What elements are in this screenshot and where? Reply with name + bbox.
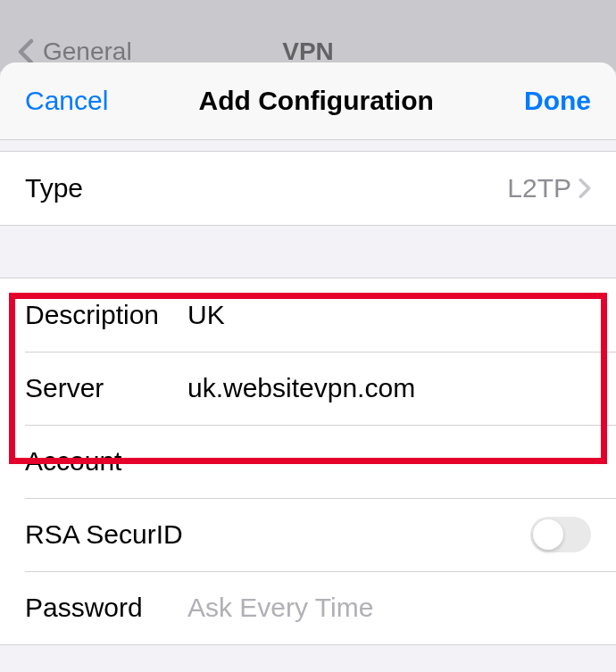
type-label: Type — [25, 173, 187, 203]
description-input[interactable] — [187, 300, 591, 330]
modal-title: Add Configuration — [199, 86, 434, 116]
description-label: Description — [25, 300, 187, 330]
account-input[interactable] — [187, 446, 591, 477]
description-row[interactable]: Description — [0, 278, 616, 352]
password-input[interactable] — [187, 593, 591, 623]
server-label: Server — [25, 373, 187, 403]
server-input[interactable] — [187, 373, 591, 403]
done-button[interactable]: Done — [524, 86, 591, 116]
chevron-left-icon — [18, 38, 34, 65]
account-row[interactable]: Account — [0, 425, 616, 498]
rsa-toggle[interactable] — [530, 517, 591, 552]
type-group: Type L2TP — [0, 151, 616, 226]
server-row[interactable]: Server — [0, 352, 616, 425]
chevron-right-icon — [579, 178, 591, 199]
type-row[interactable]: Type L2TP — [0, 152, 616, 225]
switch-knob — [533, 519, 563, 550]
password-row[interactable]: Password — [0, 571, 616, 644]
modal-sheet: Cancel Add Configuration Done Type L2TP … — [0, 62, 616, 672]
rsa-label: RSA SecurID — [25, 519, 183, 550]
password-label: Password — [25, 593, 187, 623]
account-label: Account — [25, 446, 187, 477]
modal-header: Cancel Add Configuration Done — [0, 62, 616, 140]
rsa-row: RSA SecurID — [0, 498, 616, 571]
cancel-button[interactable]: Cancel — [25, 86, 108, 116]
fields-group: Description Server Account RSA SecurID P… — [0, 278, 616, 645]
type-value: L2TP — [507, 173, 571, 203]
